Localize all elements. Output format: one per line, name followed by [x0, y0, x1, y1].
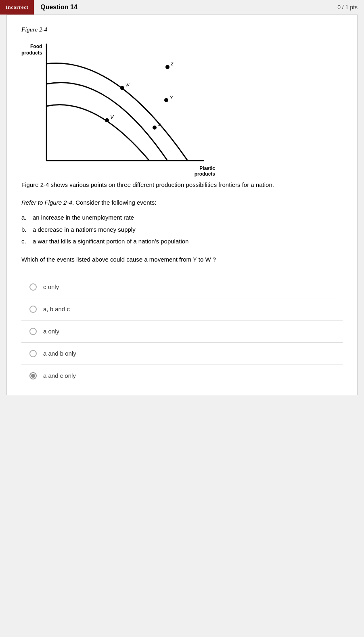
question-title-bar: Question 14 0 / 1 pts: [34, 0, 364, 15]
event-text-a: an increase in the unemployment rate: [33, 212, 134, 223]
option-ac-only-label: a and c only: [43, 372, 76, 379]
option-ab-only[interactable]: a and b only: [21, 343, 343, 365]
which-question-text: Which of the events listed above could c…: [21, 255, 343, 264]
svg-point-4: [120, 86, 124, 90]
question-card: Figure 2-4 Foodproducts z: [6, 15, 358, 395]
chart-svg: z w Y V x: [42, 40, 212, 169]
event-item-c: c. a war that kills a significant portio…: [21, 236, 343, 247]
events-list: a. an increase in the unemployment rate …: [21, 212, 343, 247]
option-c-only[interactable]: c only: [21, 276, 343, 298]
radio-ab-only[interactable]: [29, 350, 37, 357]
radio-c-only[interactable]: [29, 283, 37, 291]
pts-label: 0 / 1 pts: [337, 4, 358, 10]
option-abc-label: a, b and c: [43, 306, 70, 312]
answer-options: c only a, b and c a only a and b only: [21, 276, 343, 387]
x-axis-label: Plasticproducts: [195, 166, 215, 177]
event-text-c: a war that kills a significant portion o…: [33, 236, 188, 247]
svg-text:z: z: [170, 61, 174, 67]
option-a-only-label: a only: [43, 328, 59, 335]
header-bar: Incorrect Question 14 0 / 1 pts: [0, 0, 364, 15]
svg-point-2: [165, 65, 169, 69]
incorrect-badge: Incorrect: [0, 0, 34, 15]
refer-text: Refer to Figure 2-4. Consider the follow…: [21, 198, 343, 207]
svg-text:x: x: [157, 121, 161, 127]
event-item-b: b. a decrease in a nation's money supply: [21, 224, 343, 235]
figure-label: Figure 2-4: [21, 26, 343, 33]
option-ac-only[interactable]: a and c only: [21, 365, 343, 387]
event-text-b: a decrease in a nation's money supply: [33, 224, 136, 235]
svg-point-6: [164, 98, 168, 102]
svg-point-10: [153, 126, 157, 130]
event-letter-c: c.: [21, 236, 33, 247]
svg-point-8: [105, 118, 109, 122]
option-abc[interactable]: a, b and c: [21, 298, 343, 321]
svg-text:w: w: [126, 82, 130, 88]
description-text: Figure 2-4 shows various points on three…: [21, 180, 343, 190]
option-a-only[interactable]: a only: [21, 321, 343, 343]
radio-a-only[interactable]: [29, 328, 37, 335]
option-c-only-label: c only: [43, 283, 59, 290]
refer-suffix: . Consider the following events:: [72, 199, 156, 206]
event-letter-a: a.: [21, 212, 33, 223]
event-item-a: a. an increase in the unemployment rate: [21, 212, 343, 223]
refer-italic: Refer to Figure 2-4: [21, 199, 72, 206]
svg-text:Y: Y: [169, 94, 174, 101]
event-letter-b: b.: [21, 224, 33, 235]
radio-ac-only[interactable]: [29, 372, 37, 379]
radio-abc[interactable]: [29, 306, 37, 313]
option-ab-only-label: a and b only: [43, 350, 76, 357]
y-axis-label: Foodproducts: [21, 44, 42, 56]
question-label: Question 14: [40, 4, 77, 11]
svg-text:V: V: [110, 114, 114, 120]
chart-container: Foodproducts z w: [21, 40, 215, 177]
page-wrapper: Incorrect Question 14 0 / 1 pts Figure 2…: [0, 0, 364, 395]
radio-ac-only-dot: [31, 374, 35, 378]
